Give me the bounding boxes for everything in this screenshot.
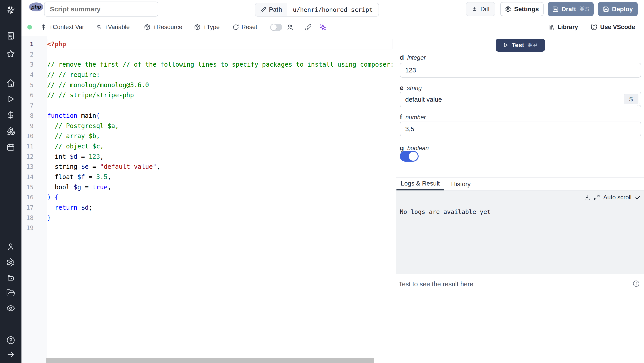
sidebar-item-favorites[interactable] <box>6 49 15 58</box>
field-f-label: f number <box>400 113 426 121</box>
path-value[interactable]: u/henri/honored_script <box>287 3 379 16</box>
horizontal-scrollbar[interactable] <box>46 358 374 363</box>
pencil-icon <box>260 7 266 13</box>
sidebar-item-folders[interactable] <box>6 289 15 298</box>
info-icon[interactable] <box>632 280 640 287</box>
field-type: number <box>406 114 426 121</box>
code-line[interactable]: } <box>47 213 392 223</box>
line-number: 8 <box>22 111 47 121</box>
play-icon <box>503 42 508 48</box>
code-line[interactable]: // // stripe/stripe-php <box>47 90 392 100</box>
building-icon <box>6 31 15 40</box>
deploy-button[interactable]: Deploy <box>598 2 638 16</box>
add-context-var-label: +Context Var <box>49 24 84 31</box>
code-line[interactable]: bool $g = true, <box>47 182 392 192</box>
code-line[interactable] <box>47 49 392 60</box>
indent-guide <box>52 172 52 182</box>
script-summary-input[interactable] <box>44 1 158 16</box>
editor-code[interactable]: <?php// remove the first // of the follo… <box>47 36 392 363</box>
code-line[interactable]: // // require: <box>47 70 392 80</box>
sidebar-item-users[interactable] <box>6 242 15 251</box>
indent-guide <box>52 141 52 152</box>
sidebar-item-variables[interactable] <box>6 111 15 120</box>
settings-button[interactable]: Settings <box>500 2 544 16</box>
line-number: 15 <box>22 182 47 192</box>
diff-editor-toggle[interactable] <box>270 24 282 31</box>
field-g-toggle[interactable] <box>400 151 418 162</box>
sidebar <box>0 0 22 363</box>
path-widget[interactable]: Path u/henri/honored_script <box>255 3 379 16</box>
test-button[interactable]: Test ⌘↵ <box>496 39 545 52</box>
field-g-label: g boolean <box>400 144 429 152</box>
field-name: d <box>400 54 404 61</box>
code-line[interactable]: int $d = 123, <box>47 152 392 162</box>
line-number: 13 <box>22 162 47 172</box>
sidebar-expand-button[interactable] <box>6 350 15 359</box>
sidebar-item-workspace[interactable] <box>6 31 15 40</box>
use-vscode-button[interactable]: Use VScode <box>590 24 635 31</box>
line-number: 6 <box>22 90 47 100</box>
sidebar-item-workers[interactable] <box>6 273 15 282</box>
reset-label: Reset <box>242 24 258 31</box>
package-icon <box>194 24 200 30</box>
indent-guide <box>52 182 52 192</box>
result-panel: Test to see the result here <box>396 274 644 363</box>
tab-history[interactable]: History <box>451 178 471 190</box>
line-number: 12 <box>22 152 47 162</box>
sidebar-item-audit-logs[interactable] <box>6 304 15 313</box>
line-number: 7 <box>22 100 47 111</box>
sidebar-item-resources[interactable] <box>6 127 15 136</box>
download-logs-icon[interactable] <box>584 194 590 201</box>
line-number: 18 <box>22 213 47 223</box>
field-type: integer <box>407 54 426 61</box>
expand-logs-icon[interactable] <box>594 194 600 201</box>
line-number: 10 <box>22 131 47 141</box>
field-d-input[interactable] <box>400 63 641 77</box>
indent-guide <box>52 121 52 131</box>
field-name: f <box>400 113 402 121</box>
field-type: string <box>407 85 422 92</box>
sidebar-item-schedules[interactable] <box>6 143 15 152</box>
add-resource-button[interactable]: +Resource <box>144 18 182 36</box>
add-resource-label: +Resource <box>153 24 182 31</box>
sidebar-item-settings[interactable] <box>6 258 15 267</box>
draft-button[interactable]: Draft ⌘S <box>548 2 594 16</box>
code-line[interactable]: // remove the first // of the following … <box>47 59 392 70</box>
add-type-label: +Type <box>203 24 220 31</box>
code-line[interactable]: <?php <box>47 39 392 49</box>
reset-button[interactable]: Reset <box>232 18 258 36</box>
code-line[interactable] <box>47 100 392 111</box>
deploy-label: Deploy <box>612 5 633 13</box>
sidebar-item-help[interactable] <box>6 336 15 345</box>
code-line[interactable]: // // monolog/monolog@3.6.0 <box>47 80 392 90</box>
auto-scroll-check-icon[interactable] <box>635 195 641 201</box>
multiplayer-users-icon[interactable] <box>287 24 294 31</box>
tab-logs-and-result[interactable]: Logs & Result <box>396 178 444 190</box>
code-editor[interactable]: 12345678910111213141516171819 <?php// re… <box>22 36 396 363</box>
code-line[interactable]: // object $c, <box>47 141 392 152</box>
add-type-button[interactable]: +Type <box>194 18 220 36</box>
field-e-textarea[interactable]: default value $ <box>400 92 641 107</box>
code-line[interactable] <box>47 223 392 233</box>
package-icon <box>144 24 150 30</box>
code-line[interactable]: float $f = 3.5, <box>47 172 392 182</box>
library-button[interactable]: Library <box>548 24 578 31</box>
add-variable-button[interactable]: +Variable <box>96 18 130 36</box>
code-line[interactable]: function main( <box>47 111 392 121</box>
field-f-input[interactable] <box>400 122 641 136</box>
diff-button[interactable]: Diff <box>466 2 495 16</box>
ai-sparkles-icon[interactable] <box>319 24 326 31</box>
resize-handle[interactable] <box>636 102 640 106</box>
format-brush-icon[interactable] <box>304 24 312 31</box>
add-context-var-button[interactable]: +Context Var <box>40 18 84 36</box>
code-line[interactable]: return $d; <box>47 203 392 213</box>
code-line[interactable]: ) { <box>47 192 392 203</box>
sidebar-item-runs[interactable] <box>6 94 15 103</box>
windmill-logo-icon[interactable] <box>5 4 16 15</box>
code-line[interactable]: // Postgresql $a, <box>47 121 392 131</box>
code-line[interactable]: string $e = "default value", <box>47 162 392 172</box>
sidebar-item-home[interactable] <box>6 78 15 87</box>
no-logs-message: No logs are available yet <box>400 208 490 215</box>
code-line[interactable]: // array $b, <box>47 131 392 141</box>
save-icon <box>552 6 558 12</box>
